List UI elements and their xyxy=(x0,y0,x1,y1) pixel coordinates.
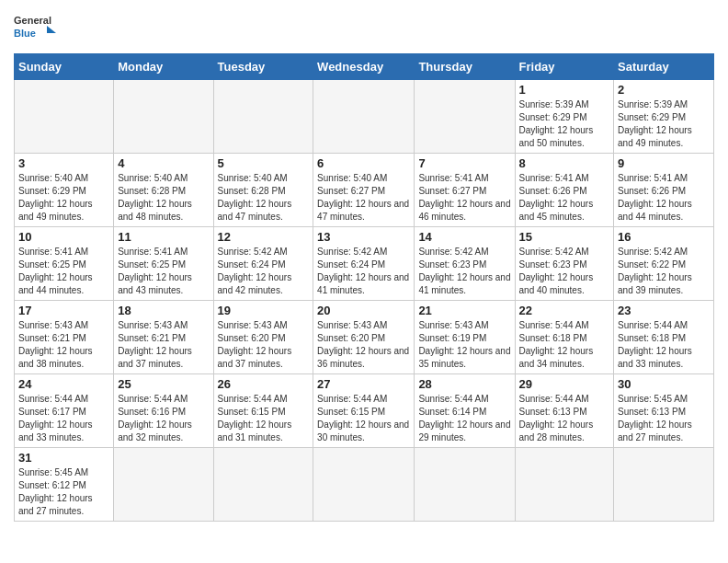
day-info: Sunrise: 5:43 AM Sunset: 6:20 PM Dayligh… xyxy=(317,319,410,371)
day-number: 28 xyxy=(418,377,510,391)
day-info: Sunrise: 5:44 AM Sunset: 6:13 PM Dayligh… xyxy=(519,393,610,444)
day-info: Sunrise: 5:44 AM Sunset: 6:15 PM Dayligh… xyxy=(317,393,410,444)
svg-text:General: General xyxy=(14,15,51,26)
calendar-cell: 26Sunrise: 5:44 AM Sunset: 6:15 PM Dayli… xyxy=(213,374,313,448)
calendar-cell: 17Sunrise: 5:43 AM Sunset: 6:21 PM Dayli… xyxy=(15,301,114,374)
calendar-cell: 8Sunrise: 5:41 AM Sunset: 6:26 PM Daylig… xyxy=(515,154,614,227)
calendar-cell: 13Sunrise: 5:42 AM Sunset: 6:24 PM Dayli… xyxy=(313,227,415,301)
calendar-cell xyxy=(15,80,114,154)
week-row-0: 1Sunrise: 5:39 AM Sunset: 6:29 PM Daylig… xyxy=(15,80,714,154)
weekday-header-row: SundayMondayTuesdayWednesdayThursdayFrid… xyxy=(15,54,714,80)
calendar-cell: 12Sunrise: 5:42 AM Sunset: 6:24 PM Dayli… xyxy=(213,227,313,301)
weekday-header-friday: Friday xyxy=(515,54,614,80)
day-info: Sunrise: 5:41 AM Sunset: 6:25 PM Dayligh… xyxy=(118,246,209,297)
calendar-cell: 14Sunrise: 5:42 AM Sunset: 6:23 PM Dayli… xyxy=(415,227,515,301)
day-number: 9 xyxy=(618,156,710,170)
day-info: Sunrise: 5:44 AM Sunset: 6:14 PM Dayligh… xyxy=(418,393,510,444)
day-info: Sunrise: 5:44 AM Sunset: 6:18 PM Dayligh… xyxy=(618,319,710,371)
day-info: Sunrise: 5:42 AM Sunset: 6:23 PM Dayligh… xyxy=(519,246,610,297)
logo-svg: General Blue xyxy=(14,9,60,48)
calendar-cell: 7Sunrise: 5:41 AM Sunset: 6:27 PM Daylig… xyxy=(415,154,515,227)
day-number: 31 xyxy=(18,451,109,465)
day-info: Sunrise: 5:41 AM Sunset: 6:27 PM Dayligh… xyxy=(418,172,510,224)
week-row-2: 10Sunrise: 5:41 AM Sunset: 6:25 PM Dayli… xyxy=(15,227,714,301)
day-number: 16 xyxy=(618,230,710,244)
calendar-table: SundayMondayTuesdayWednesdayThursdayFrid… xyxy=(14,53,714,522)
weekday-header-tuesday: Tuesday xyxy=(213,54,313,80)
weekday-header-sunday: Sunday xyxy=(15,54,114,80)
day-info: Sunrise: 5:40 AM Sunset: 6:29 PM Dayligh… xyxy=(18,172,109,224)
day-number: 24 xyxy=(18,377,109,391)
calendar-cell xyxy=(114,80,213,154)
calendar-cell xyxy=(114,448,213,522)
day-info: Sunrise: 5:40 AM Sunset: 6:28 PM Dayligh… xyxy=(118,172,209,224)
day-number: 23 xyxy=(618,304,710,317)
day-info: Sunrise: 5:44 AM Sunset: 6:18 PM Dayligh… xyxy=(519,319,610,371)
week-row-1: 3Sunrise: 5:40 AM Sunset: 6:29 PM Daylig… xyxy=(15,154,714,227)
weekday-header-saturday: Saturday xyxy=(614,54,714,80)
week-row-3: 17Sunrise: 5:43 AM Sunset: 6:21 PM Dayli… xyxy=(15,301,714,374)
day-number: 2 xyxy=(618,83,710,97)
day-info: Sunrise: 5:43 AM Sunset: 6:21 PM Dayligh… xyxy=(18,319,109,371)
calendar-cell: 29Sunrise: 5:44 AM Sunset: 6:13 PM Dayli… xyxy=(515,374,614,448)
day-number: 26 xyxy=(218,377,310,391)
calendar-cell xyxy=(313,448,415,522)
day-info: Sunrise: 5:45 AM Sunset: 6:13 PM Dayligh… xyxy=(618,393,710,444)
day-info: Sunrise: 5:39 AM Sunset: 6:29 PM Dayligh… xyxy=(618,98,710,150)
weekday-header-monday: Monday xyxy=(114,54,213,80)
weekday-header-thursday: Thursday xyxy=(415,54,515,80)
day-info: Sunrise: 5:44 AM Sunset: 6:15 PM Dayligh… xyxy=(218,393,310,444)
day-number: 11 xyxy=(118,230,209,244)
day-number: 17 xyxy=(18,304,109,317)
day-info: Sunrise: 5:45 AM Sunset: 6:12 PM Dayligh… xyxy=(18,466,109,518)
calendar-cell xyxy=(614,448,714,522)
calendar-cell: 9Sunrise: 5:41 AM Sunset: 6:26 PM Daylig… xyxy=(614,154,714,227)
calendar-cell xyxy=(415,448,515,522)
svg-text:Blue: Blue xyxy=(14,28,36,39)
calendar-cell xyxy=(313,80,415,154)
day-number: 15 xyxy=(519,230,610,244)
day-number: 13 xyxy=(317,230,410,244)
day-info: Sunrise: 5:41 AM Sunset: 6:26 PM Dayligh… xyxy=(519,172,610,224)
calendar-cell: 6Sunrise: 5:40 AM Sunset: 6:27 PM Daylig… xyxy=(313,154,415,227)
calendar-cell: 11Sunrise: 5:41 AM Sunset: 6:25 PM Dayli… xyxy=(114,227,213,301)
day-number: 21 xyxy=(418,304,510,317)
day-number: 3 xyxy=(18,156,109,170)
calendar-cell: 24Sunrise: 5:44 AM Sunset: 6:17 PM Dayli… xyxy=(15,374,114,448)
day-number: 25 xyxy=(118,377,209,391)
calendar-cell: 4Sunrise: 5:40 AM Sunset: 6:28 PM Daylig… xyxy=(114,154,213,227)
day-info: Sunrise: 5:39 AM Sunset: 6:29 PM Dayligh… xyxy=(519,98,610,150)
week-row-4: 24Sunrise: 5:44 AM Sunset: 6:17 PM Dayli… xyxy=(15,374,714,448)
week-row-5: 31Sunrise: 5:45 AM Sunset: 6:12 PM Dayli… xyxy=(15,448,714,522)
day-number: 20 xyxy=(317,304,410,317)
day-number: 19 xyxy=(218,304,310,317)
calendar-cell: 23Sunrise: 5:44 AM Sunset: 6:18 PM Dayli… xyxy=(614,301,714,374)
calendar-cell xyxy=(415,80,515,154)
calendar-cell: 3Sunrise: 5:40 AM Sunset: 6:29 PM Daylig… xyxy=(15,154,114,227)
calendar-cell: 25Sunrise: 5:44 AM Sunset: 6:16 PM Dayli… xyxy=(114,374,213,448)
day-number: 10 xyxy=(18,230,109,244)
day-info: Sunrise: 5:42 AM Sunset: 6:24 PM Dayligh… xyxy=(317,246,410,297)
day-number: 30 xyxy=(618,377,710,391)
day-info: Sunrise: 5:40 AM Sunset: 6:28 PM Dayligh… xyxy=(218,172,310,224)
day-info: Sunrise: 5:41 AM Sunset: 6:25 PM Dayligh… xyxy=(18,246,109,297)
calendar-cell xyxy=(213,448,313,522)
day-info: Sunrise: 5:42 AM Sunset: 6:22 PM Dayligh… xyxy=(618,246,710,297)
calendar-cell: 20Sunrise: 5:43 AM Sunset: 6:20 PM Dayli… xyxy=(313,301,415,374)
calendar-cell: 5Sunrise: 5:40 AM Sunset: 6:28 PM Daylig… xyxy=(213,154,313,227)
calendar-cell: 31Sunrise: 5:45 AM Sunset: 6:12 PM Dayli… xyxy=(15,448,114,522)
day-number: 12 xyxy=(218,230,310,244)
day-number: 14 xyxy=(418,230,510,244)
day-info: Sunrise: 5:44 AM Sunset: 6:17 PM Dayligh… xyxy=(18,393,109,444)
day-number: 27 xyxy=(317,377,410,391)
calendar-cell xyxy=(515,448,614,522)
day-number: 6 xyxy=(317,156,410,170)
day-info: Sunrise: 5:43 AM Sunset: 6:21 PM Dayligh… xyxy=(118,319,209,371)
calendar-cell: 2Sunrise: 5:39 AM Sunset: 6:29 PM Daylig… xyxy=(614,80,714,154)
weekday-header-wednesday: Wednesday xyxy=(313,54,415,80)
calendar-cell: 10Sunrise: 5:41 AM Sunset: 6:25 PM Dayli… xyxy=(15,227,114,301)
day-number: 7 xyxy=(418,156,510,170)
day-info: Sunrise: 5:43 AM Sunset: 6:20 PM Dayligh… xyxy=(218,319,310,371)
calendar-cell: 30Sunrise: 5:45 AM Sunset: 6:13 PM Dayli… xyxy=(614,374,714,448)
day-number: 29 xyxy=(519,377,610,391)
